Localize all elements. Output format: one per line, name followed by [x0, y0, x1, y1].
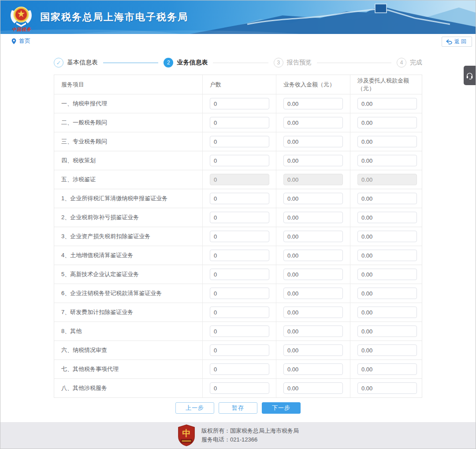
- income-input[interactable]: [283, 288, 343, 299]
- client-tax-input-cell: [350, 360, 422, 378]
- client-tax-input-cell: [350, 284, 422, 303]
- income-input[interactable]: [283, 326, 343, 337]
- units-input-cell: [203, 94, 276, 113]
- units-input[interactable]: [210, 269, 269, 280]
- client-tax-input[interactable]: [357, 250, 417, 261]
- client-tax-input[interactable]: [357, 326, 417, 337]
- units-input[interactable]: [210, 136, 269, 147]
- income-input-cell: [276, 379, 350, 397]
- page: 中国税务 国家税务总局上海市电子税务局 首页 返回: [0, 0, 476, 449]
- income-input[interactable]: [283, 231, 343, 242]
- table-row: 7、研发费加计扣除鉴证业务: [54, 303, 422, 322]
- breadcrumb-bar: 首页 返回: [0, 34, 476, 48]
- customer-service-button[interactable]: [464, 66, 476, 85]
- units-input[interactable]: [210, 250, 269, 261]
- client-tax-input[interactable]: [357, 269, 417, 280]
- client-tax-input-cell: [350, 265, 422, 284]
- client-tax-input[interactable]: [357, 363, 417, 375]
- income-input[interactable]: [283, 136, 343, 147]
- table-row: 六、纳税情况审查: [54, 341, 422, 360]
- income-input-cell: [276, 322, 350, 340]
- client-tax-input[interactable]: [357, 136, 417, 147]
- income-input[interactable]: [283, 117, 343, 128]
- client-tax-input: [357, 174, 417, 185]
- income-input[interactable]: [283, 307, 343, 318]
- client-tax-input-cell: [350, 322, 422, 340]
- units-input[interactable]: [210, 307, 269, 318]
- units-input[interactable]: [210, 212, 269, 223]
- units-input[interactable]: [210, 344, 269, 356]
- progress-stepper: ✓ 基本信息表 2 业务信息表 3 报告预览 4 完成: [54, 58, 422, 67]
- income-input[interactable]: [283, 155, 343, 166]
- income-input[interactable]: [283, 344, 343, 356]
- step-complete: 4 完成: [397, 58, 422, 67]
- units-input-cell: [203, 151, 276, 170]
- step-3-badge: 3: [274, 58, 283, 67]
- units-input[interactable]: [210, 117, 269, 128]
- units-input-cell: [203, 341, 276, 359]
- home-link[interactable]: 首页: [11, 37, 30, 45]
- income-input[interactable]: [283, 250, 343, 261]
- income-input[interactable]: [283, 382, 343, 394]
- save-draft-button[interactable]: 暂存: [219, 402, 257, 414]
- logo-caption-text: 中国税务: [12, 27, 31, 32]
- income-input-cell: [276, 189, 350, 208]
- service-item-label: 8、其他: [61, 327, 82, 335]
- service-item-cell: 五、涉税鉴证: [54, 170, 203, 189]
- income-input[interactable]: [283, 363, 343, 375]
- income-input-cell: [276, 151, 350, 170]
- client-tax-input[interactable]: [357, 117, 417, 128]
- client-tax-input-cell: [350, 379, 422, 397]
- units-input[interactable]: [210, 155, 269, 166]
- location-pin-icon: [11, 38, 17, 45]
- client-tax-input[interactable]: [357, 344, 417, 356]
- service-item-cell: 2、企业税前弥补亏损鉴证业务: [54, 208, 203, 227]
- service-item-cell: 七、其他税务事项代理: [54, 360, 203, 378]
- client-tax-input[interactable]: [357, 382, 417, 394]
- service-item-cell: 一、纳税申报代理: [54, 94, 203, 113]
- units-input[interactable]: [210, 288, 269, 299]
- client-tax-input[interactable]: [357, 288, 417, 299]
- units-input[interactable]: [210, 326, 269, 337]
- service-item-cell: 三、专业税务顾问: [54, 132, 203, 151]
- back-button[interactable]: 返回: [442, 37, 472, 47]
- header-banner: 中国税务 国家税务总局上海市电子税务局: [0, 0, 476, 34]
- income-input[interactable]: [283, 212, 343, 223]
- service-table: 服务项目 户数 业务收入金额（元） 涉及委托人税款金额（元） 一、纳税申报代理二…: [54, 75, 422, 398]
- client-tax-input-cell: [350, 94, 422, 113]
- service-item-label: 三、专业税务顾问: [61, 138, 107, 146]
- table-row: 七、其他税务事项代理: [54, 360, 422, 379]
- client-tax-input-cell: [350, 208, 422, 227]
- units-input[interactable]: [210, 382, 269, 394]
- step-3-label: 报告预览: [287, 59, 312, 67]
- units-input[interactable]: [210, 231, 269, 242]
- client-tax-input[interactable]: [357, 231, 417, 242]
- next-step-button[interactable]: 下一步: [262, 402, 301, 414]
- prev-step-button[interactable]: 上一步: [175, 402, 214, 414]
- units-input[interactable]: [210, 98, 269, 109]
- income-input[interactable]: [283, 269, 343, 280]
- income-input-cell: [276, 208, 350, 227]
- service-item-cell: 5、高新技术企业认定鉴证业务: [54, 265, 203, 284]
- client-tax-input[interactable]: [357, 307, 417, 318]
- step-2-badge: 2: [164, 58, 173, 67]
- service-item-cell: 1、企业所得税汇算清缴纳税申报鉴证业务: [54, 189, 203, 208]
- service-item-label: 一、纳税申报代理: [61, 100, 107, 108]
- client-tax-input[interactable]: [357, 212, 417, 223]
- table-row: 五、涉税鉴证: [54, 170, 422, 189]
- units-input[interactable]: [210, 363, 269, 375]
- service-item-label: 4、土地增值税清算鉴证业务: [61, 251, 133, 259]
- client-tax-input[interactable]: [357, 98, 417, 109]
- client-tax-input[interactable]: [357, 193, 417, 204]
- service-item-cell: 6、企业注销税务登记税款清算鉴证业务: [54, 284, 203, 303]
- service-item-label: 四、税收策划: [61, 157, 96, 165]
- table-row: 2、企业税前弥补亏损鉴证业务: [54, 208, 422, 227]
- income-input-cell: [276, 113, 350, 132]
- income-input-cell: [276, 170, 350, 189]
- income-input[interactable]: [283, 98, 343, 109]
- income-input[interactable]: [283, 193, 343, 204]
- table-row: 八、其他涉税服务: [54, 379, 422, 398]
- copyright-text: 版权所有：国家税务总局上海市税务局: [201, 427, 299, 435]
- units-input[interactable]: [210, 193, 269, 204]
- client-tax-input[interactable]: [357, 155, 417, 166]
